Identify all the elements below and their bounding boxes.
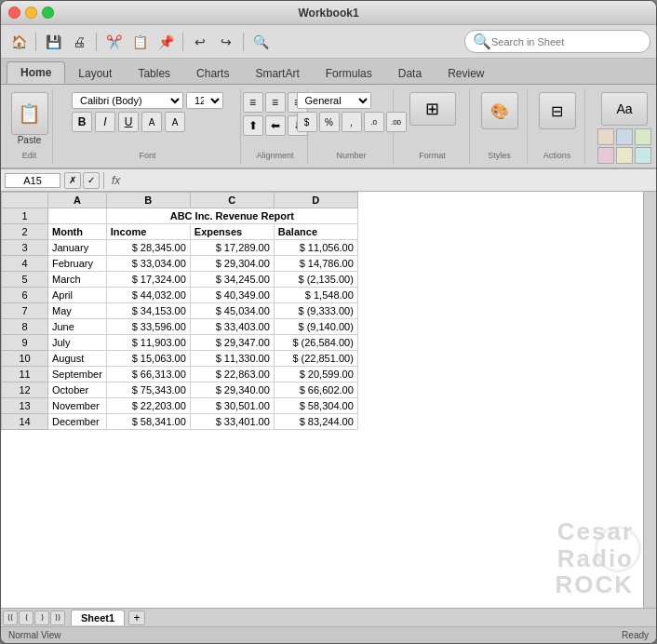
undo-btn[interactable]: ↩ [188, 30, 212, 54]
cell-c9[interactable]: $ 29,347.00 [190, 335, 274, 351]
cell-b12[interactable]: $ 75,343.00 [106, 382, 190, 398]
save-btn[interactable]: 💾 [41, 30, 65, 54]
cell-b5[interactable]: $ 17,324.00 [106, 272, 190, 288]
row-9-header[interactable]: 9 [2, 335, 48, 351]
cell-c8[interactable]: $ 33,403.00 [190, 319, 274, 335]
scroll-last-btn[interactable]: ⟩⟩ [50, 610, 65, 625]
scroll-first-btn[interactable]: ⟨⟨ [3, 610, 18, 625]
zoom-btn[interactable]: 🔍 [248, 30, 273, 54]
align-center-btn[interactable]: ≡ [265, 92, 286, 113]
close-button[interactable] [8, 7, 20, 19]
comma-btn[interactable]: , [342, 112, 362, 132]
theme-2[interactable] [616, 128, 633, 145]
cell-d8[interactable]: $ (9,140.00) [274, 319, 357, 335]
cell-c10[interactable]: $ 11,330.00 [190, 351, 274, 367]
cell-a12[interactable]: October [48, 382, 107, 398]
row-2-header[interactable]: 2 [2, 224, 48, 240]
cell-a13[interactable]: November [48, 398, 107, 414]
scroll-next-btn[interactable]: ⟩ [34, 610, 49, 625]
row-1-header[interactable]: 1 [2, 208, 48, 224]
maximize-button[interactable] [42, 7, 54, 19]
new-btn[interactable]: 🏠 [7, 30, 31, 54]
cell-b6[interactable]: $ 44,032.00 [106, 288, 190, 303]
cell-d10[interactable]: $ (22,851.00) [274, 351, 357, 367]
confirm-formula-btn[interactable]: ✓ [83, 172, 100, 189]
cell-c7[interactable]: $ 45,034.00 [190, 303, 274, 319]
cell-c12[interactable]: $ 29,340.00 [190, 382, 274, 398]
tab-tables[interactable]: Tables [125, 63, 183, 84]
col-b-header[interactable]: B [106, 193, 190, 208]
cell-c2[interactable]: Expenses [190, 224, 274, 240]
currency-btn[interactable]: $ [297, 112, 317, 132]
tab-home[interactable]: Home [7, 61, 65, 84]
col-c-header[interactable]: C [190, 193, 274, 208]
formula-input[interactable] [127, 175, 652, 186]
row-12-header[interactable]: 12 [2, 382, 48, 398]
print-btn[interactable]: 🖨 [67, 30, 91, 54]
cell-d2[interactable]: Balance [274, 224, 357, 240]
cell-b8[interactable]: $ 33,596.00 [106, 319, 190, 335]
cell-b4[interactable]: $ 33,034.00 [106, 256, 190, 272]
cell-c14[interactable]: $ 33,401.00 [190, 414, 274, 430]
cell-d9[interactable]: $ (26,584.00) [274, 335, 357, 351]
tab-layout[interactable]: Layout [65, 63, 125, 84]
cell-c4[interactable]: $ 29,304.00 [190, 256, 274, 272]
cell-d12[interactable]: $ 66,602.00 [274, 382, 357, 398]
row-3-header[interactable]: 3 [2, 240, 48, 256]
theme-3[interactable] [635, 128, 651, 145]
row-11-header[interactable]: 11 [2, 367, 48, 382]
cell-a6[interactable]: April [48, 288, 107, 303]
paste-tb-btn[interactable]: 📌 [154, 30, 178, 54]
cell-title[interactable]: ABC Inc. Revenue Report [106, 208, 357, 224]
theme-4[interactable] [597, 147, 614, 164]
cell-b10[interactable]: $ 15,063.00 [106, 351, 190, 367]
underline-button[interactable]: U [118, 112, 139, 132]
tab-smartart[interactable]: SmartArt [242, 63, 312, 84]
cell-b3[interactable]: $ 28,345.00 [106, 240, 190, 256]
italic-button[interactable]: I [95, 112, 115, 132]
cut-btn[interactable]: ✂️ [101, 30, 126, 54]
percent-btn[interactable]: % [319, 112, 340, 132]
cell-a14[interactable]: December [48, 414, 107, 430]
cell-b9[interactable]: $ 11,903.00 [106, 335, 190, 351]
cell-a9[interactable]: July [48, 335, 107, 351]
font-family-select[interactable]: Calibri (Body) [72, 92, 183, 109]
cell-d11[interactable]: $ 20,599.00 [274, 367, 357, 382]
cell-b7[interactable]: $ 34,153.00 [106, 303, 190, 319]
align-left-btn[interactable]: ≡ [243, 92, 263, 113]
row-13-header[interactable]: 13 [2, 398, 48, 414]
sheet-tab-1[interactable]: Sheet1 [71, 610, 125, 625]
col-d-header[interactable]: D [274, 193, 357, 208]
cell-a7[interactable]: May [48, 303, 107, 319]
cell-a1[interactable] [48, 208, 107, 224]
row-8-header[interactable]: 8 [2, 319, 48, 335]
row-7-header[interactable]: 7 [2, 303, 48, 319]
font-color-button[interactable]: A [141, 112, 162, 132]
cell-a8[interactable]: June [48, 319, 107, 335]
cell-c3[interactable]: $ 17,289.00 [190, 240, 274, 256]
cell-a10[interactable]: August [48, 351, 107, 367]
theme-5[interactable] [616, 147, 633, 164]
redo-btn[interactable]: ↪ [214, 30, 238, 54]
cell-a3[interactable]: January [48, 240, 107, 256]
cell-b13[interactable]: $ 22,203.00 [106, 398, 190, 414]
theme-6[interactable] [635, 147, 651, 164]
cell-b14[interactable]: $ 58,341.00 [106, 414, 190, 430]
cell-b11[interactable]: $ 66,313.00 [106, 367, 190, 382]
cell-a11[interactable]: September [48, 367, 107, 382]
scroll-prev-btn[interactable]: ⟨ [19, 610, 34, 625]
theme-1[interactable] [597, 128, 614, 145]
row-14-header[interactable]: 14 [2, 414, 48, 430]
row-5-header[interactable]: 5 [2, 272, 48, 288]
cell-d3[interactable]: $ 11,056.00 [274, 240, 357, 256]
cell-d13[interactable]: $ 58,304.00 [274, 398, 357, 414]
align-top-btn[interactable]: ⬆ [243, 115, 263, 136]
highlight-button[interactable]: A [165, 112, 185, 132]
cell-d7[interactable]: $ (9,333.00) [274, 303, 357, 319]
align-middle-btn[interactable]: ⬅ [265, 115, 286, 136]
cell-a2[interactable]: Month [48, 224, 107, 240]
number-format-select[interactable]: General [297, 92, 371, 109]
col-a-header[interactable]: A [48, 193, 107, 208]
copy-btn[interactable]: 📋 [127, 30, 152, 54]
cell-c6[interactable]: $ 40,349.00 [190, 288, 274, 303]
